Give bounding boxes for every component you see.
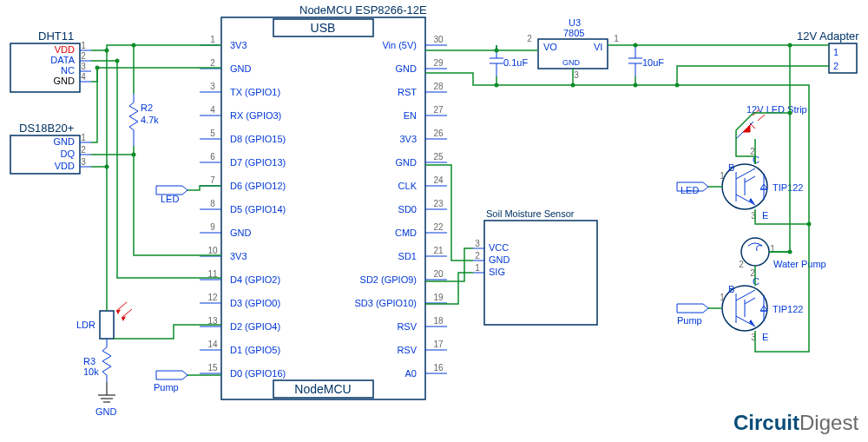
dht11-title: DHT11: [38, 30, 74, 43]
svg-text:CircuitDigest: CircuitDigest: [733, 411, 858, 434]
svg-text:1: 1: [81, 41, 86, 50]
tip1-part: TIP122: [773, 182, 803, 193]
ldr-label: LDR: [76, 320, 95, 330]
mcu-right-lbl-16: A0: [405, 368, 417, 379]
mcu-right-lbl-25: GND: [396, 157, 418, 168]
svg-text:1: 1: [720, 293, 725, 302]
u3-part: 7805: [563, 28, 584, 38]
schematic-canvas: NodeMCU ESP8266-12E USB NodeMCU 13V32GND…: [0, 0, 868, 442]
r3-val: 10k: [83, 366, 99, 377]
tip2-e: E: [762, 332, 768, 342]
mcu-left-lbl-2: GND: [230, 63, 252, 74]
mcu-right-num-16: 16: [433, 363, 444, 373]
dht11-data: DATA: [50, 55, 75, 65]
adapter-title: 12V Adapter: [797, 30, 859, 43]
mcu-left-lbl-3: TX (GPIO1): [230, 87, 280, 97]
svg-text:2: 2: [81, 145, 86, 155]
svg-line-59: [758, 115, 765, 121]
mcu-right-lbl-30: Vin (5V): [382, 40, 417, 50]
mcu-right-lbl-28: RST: [398, 87, 417, 97]
mcu-left-lbl-7: D6 (GPIO12): [230, 181, 286, 191]
mcu-left-num-8: 8: [210, 199, 215, 208]
soil-vcc: VCC: [489, 242, 509, 253]
svg-point-104: [807, 222, 812, 227]
mcu-right-lbl-27: EN: [404, 110, 417, 121]
mcu-footer: NodeMCU: [294, 382, 351, 396]
ds18b20-dq: DQ: [61, 148, 76, 159]
dht11-gnd: GND: [54, 76, 76, 86]
mcu-left-num-3: 3: [210, 82, 215, 91]
u3-p1: 1: [614, 34, 619, 43]
mcu-right-lbl-19: SD3 (GPIO10): [354, 298, 417, 308]
soil-pins: 3VCC2GND1SIG: [473, 239, 510, 277]
usb-label: USB: [311, 21, 336, 35]
svg-point-102: [788, 111, 792, 115]
mcu-right-num-30: 30: [433, 35, 444, 44]
tip2-b: B: [728, 284, 734, 294]
net-pump-label: Pump: [154, 382, 179, 393]
svg-point-91: [95, 66, 100, 70]
soil-title: Soil Moisture Sensor: [486, 208, 575, 219]
svg-text:1: 1: [720, 171, 725, 181]
r2-ref: R2: [141, 102, 153, 113]
mcu-right-num-19: 19: [433, 293, 444, 302]
svg-point-101: [788, 43, 792, 48]
u3-ref: U3: [569, 17, 581, 28]
logo: CircuitDigest: [733, 411, 858, 434]
mcu-right-num-27: 27: [433, 105, 444, 115]
u3-vo: VO: [543, 42, 557, 52]
mcu-left-lbl-14: D1 (GPIO5): [230, 345, 280, 355]
mcu-left-num-2: 2: [210, 58, 215, 68]
mcu-right-num-25: 25: [433, 152, 444, 162]
mcu-right-lbl-20: SD2 (GPIO9): [360, 274, 417, 285]
mcu-left-lbl-1: 3V3: [230, 40, 247, 50]
svg-point-103: [788, 250, 792, 254]
mcu-right-num-29: 29: [433, 58, 444, 68]
c2-val: 10uF: [642, 57, 664, 68]
mcu-left-num-7: 7: [210, 175, 215, 185]
svg-line-52: [122, 309, 132, 318]
svg-text:2: 2: [81, 51, 86, 61]
svg-point-95: [495, 49, 499, 53]
mcu-right-lbl-26: 3V3: [399, 134, 417, 144]
drv-pump-label: Pump: [677, 315, 702, 326]
mcu-left-num-6: 6: [210, 152, 215, 162]
mcu-left-num-1: 1: [210, 35, 215, 44]
mcu-right-lbl-18: RSV: [397, 321, 417, 332]
mcu-right-num-21: 21: [433, 246, 444, 255]
svg-point-98: [634, 43, 638, 48]
mcu-left-num-4: 4: [210, 105, 215, 115]
mcu-right-lbl-29: GND: [396, 63, 418, 74]
mcu-right-num-22: 22: [433, 222, 444, 232]
r2-val: 4.7k: [141, 115, 159, 125]
mcu-left-lbl-6: D7 (GPIO13): [230, 157, 286, 168]
mcu-right-lbl-23: SD0: [398, 204, 417, 214]
net-led-left: LED: [156, 186, 187, 204]
dht11-nc: NC: [61, 65, 75, 76]
mcu-right-lbl-17: RSV: [397, 345, 417, 355]
mcu-right-num-20: 20: [433, 269, 444, 279]
mcu-left-num-9: 9: [210, 222, 215, 232]
svg-text:1: 1: [81, 133, 86, 142]
tip1-b: B: [728, 162, 734, 173]
ldr-block: LDR R3 10k GND: [76, 50, 132, 417]
svg-point-96: [495, 83, 499, 88]
mcu-left-lbl-8: D5 (GPIO14): [230, 204, 286, 214]
mcu-right-num-18: 18: [433, 316, 444, 326]
u3-p3: 3: [574, 70, 579, 80]
water-pump: Water Pump 2 1: [739, 238, 826, 269]
net-pump-driver: Pump: [677, 304, 708, 326]
dht11-pins: 1VDD2DATA3NC4GND: [50, 41, 91, 86]
net-led-driver: LED: [677, 182, 708, 195]
svg-text:3: 3: [81, 157, 86, 167]
cap-c2: 10uF: [628, 45, 664, 76]
led-strip: 12V LED Strip: [736, 104, 807, 139]
ds18b20-title: DS18B20+: [19, 122, 74, 135]
mcu-left-lbl-5: D8 (GPIO15): [230, 134, 286, 144]
mcu-right-num-28: 28: [433, 82, 444, 91]
mcu-name: NodeMCU ESP8266-12E: [299, 3, 427, 16]
svg-point-100: [675, 83, 680, 88]
r2-resistor: R2 4.7k: [129, 94, 159, 146]
mcu-left-lbl-12: D3 (GPIO0): [230, 298, 280, 308]
tip2-part: TIP122: [773, 304, 803, 314]
